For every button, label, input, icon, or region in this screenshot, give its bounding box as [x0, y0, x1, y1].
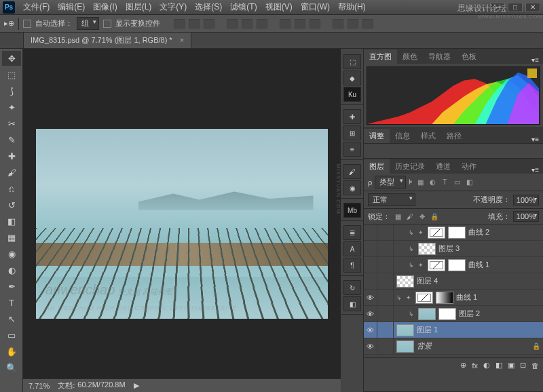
distribute-v-icon[interactable]: [295, 19, 305, 28]
distribute-h-icon[interactable]: [280, 19, 291, 28]
distribute-3-icon[interactable]: [310, 19, 320, 28]
layer-row[interactable]: ↳✦曲线 2: [364, 224, 543, 241]
distribute-5-icon[interactable]: [348, 19, 358, 28]
dock-btn-char[interactable]: A: [343, 241, 361, 256]
quick-select-tool[interactable]: ✦: [2, 100, 21, 115]
histogram-cache-warn-icon[interactable]: [527, 68, 537, 78]
layer-thumb[interactable]: [428, 227, 445, 239]
lock-all-icon[interactable]: 🔒: [430, 212, 439, 221]
layer-name[interactable]: 曲线 2: [468, 227, 489, 237]
layer-thumb[interactable]: [415, 292, 433, 304]
tab-adjustments[interactable]: 调整: [364, 129, 390, 143]
new-layer-icon[interactable]: ⊡: [520, 361, 526, 370]
layer-thumb[interactable]: [428, 259, 445, 271]
move-tool[interactable]: ✥: [2, 51, 21, 66]
filter-type-icon[interactable]: T: [440, 178, 449, 187]
align-left-icon[interactable]: [174, 19, 185, 28]
menu-help[interactable]: 帮助(H): [334, 1, 370, 13]
auto-select-checkbox[interactable]: [23, 20, 31, 28]
distribute-4-icon[interactable]: [333, 19, 343, 28]
fill-input[interactable]: 100%: [513, 211, 539, 222]
visibility-toggle[interactable]: 👁: [364, 338, 377, 355]
layer-row[interactable]: 👁↳✦曲线 1: [364, 290, 543, 306]
delete-layer-icon[interactable]: 🗑: [531, 361, 539, 370]
document-tab[interactable]: IMG_8315.psd @ 7.71% (图层 1, RGB/8) * ×: [23, 32, 191, 48]
tab-navigator[interactable]: 导航器: [423, 50, 456, 64]
opacity-input[interactable]: 100%: [513, 195, 539, 205]
dock-btn-5[interactable]: ≡: [343, 142, 361, 157]
layer-name[interactable]: 图层 1: [417, 325, 438, 335]
eyedropper-tool[interactable]: ✎: [2, 132, 21, 147]
blur-tool[interactable]: ◉: [2, 246, 21, 261]
visibility-toggle[interactable]: [364, 257, 377, 273]
align-center-v-icon[interactable]: [242, 19, 252, 28]
show-transform-checkbox[interactable]: [103, 20, 111, 28]
panel-menu-icon[interactable]: ▾≡: [527, 56, 543, 64]
layer-row[interactable]: 👁↳图层 2: [364, 306, 543, 322]
status-menu-arrow[interactable]: ▶: [134, 381, 139, 390]
tab-styles[interactable]: 样式: [415, 129, 441, 143]
dock-btn-10[interactable]: ◧: [343, 296, 361, 311]
lock-position-icon[interactable]: ✥: [417, 212, 427, 221]
visibility-toggle[interactable]: 👁: [364, 290, 377, 306]
gradient-tool[interactable]: ▦: [2, 230, 21, 245]
tab-history[interactable]: 历史记录: [390, 159, 430, 174]
layer-fx-icon[interactable]: fx: [472, 361, 478, 370]
layer-row[interactable]: 👁背景🔒: [364, 338, 543, 355]
align-right-icon[interactable]: [204, 19, 214, 28]
layer-row[interactable]: 👁图层 1: [364, 322, 543, 338]
blend-mode-select[interactable]: 正常: [368, 193, 415, 206]
tab-actions[interactable]: 动作: [456, 159, 482, 174]
dock-btn-1[interactable]: ⬚: [343, 54, 361, 69]
filter-kind-icon[interactable]: ρ: [368, 178, 372, 187]
zoom-tool[interactable]: 🔍: [2, 360, 21, 375]
crop-tool[interactable]: ✂: [2, 116, 21, 131]
layer-mask-icon[interactable]: ◐: [483, 361, 490, 370]
menu-select[interactable]: 选择(S): [191, 1, 226, 13]
layer-thumb[interactable]: [396, 340, 414, 353]
marquee-tool[interactable]: ⬚: [2, 67, 21, 82]
menu-view[interactable]: 视图(V): [261, 1, 297, 13]
layer-thumb[interactable]: [396, 275, 414, 288]
dock-btn-para[interactable]: ¶: [343, 258, 361, 273]
dock-btn-9[interactable]: ↻: [343, 280, 361, 295]
brush-tool[interactable]: 🖌: [2, 165, 21, 180]
path-select-tool[interactable]: ↖: [2, 311, 21, 326]
layer-thumb[interactable]: [418, 308, 436, 320]
filter-adjust-icon[interactable]: ◐: [428, 178, 437, 187]
tab-color[interactable]: 颜色: [397, 50, 423, 64]
shape-tool[interactable]: ▭: [2, 328, 21, 342]
window-maximize[interactable]: □: [508, 3, 523, 12]
layer-name[interactable]: 曲线 1: [456, 292, 477, 302]
close-tab-icon[interactable]: ×: [180, 36, 184, 44]
tab-histogram[interactable]: 直方图: [364, 50, 397, 64]
dock-btn-8[interactable]: ≣: [343, 225, 361, 240]
dock-btn-mb[interactable]: Mb: [343, 203, 361, 218]
layer-thumb[interactable]: [396, 324, 414, 336]
document-canvas[interactable]: anwenchao 安文超 高端修图 AN WENCHAO HIGH-END G…: [36, 129, 328, 319]
type-tool[interactable]: T: [2, 295, 21, 310]
lock-pixels-icon[interactable]: 🖌: [405, 212, 415, 221]
menu-file[interactable]: 文件(F): [19, 1, 54, 13]
menu-window[interactable]: 窗口(W): [297, 1, 334, 13]
filter-pixel-icon[interactable]: ▦: [415, 178, 425, 187]
filter-smart-icon[interactable]: ◧: [464, 178, 474, 187]
dock-btn-ku[interactable]: Ku: [343, 87, 361, 102]
distribute-6-icon[interactable]: [362, 19, 373, 28]
layer-row[interactable]: ↳✦曲线 1: [364, 257, 543, 273]
align-bottom-icon[interactable]: [257, 19, 267, 28]
tab-layers[interactable]: 图层: [364, 159, 390, 174]
tab-info[interactable]: 信息: [390, 129, 415, 143]
layer-name[interactable]: 曲线 1: [468, 260, 489, 270]
auto-select-target[interactable]: 组: [77, 17, 99, 30]
visibility-toggle[interactable]: [364, 224, 377, 241]
link-layers-icon[interactable]: ⊕: [460, 361, 466, 370]
tab-paths[interactable]: 路径: [441, 129, 467, 143]
layer-row[interactable]: ↳图层 3: [364, 241, 543, 257]
dock-btn-3[interactable]: ✚: [343, 109, 361, 124]
layer-name[interactable]: 图层 2: [459, 309, 480, 319]
visibility-toggle[interactable]: 👁: [364, 306, 377, 322]
visibility-toggle[interactable]: [364, 241, 377, 257]
layer-row[interactable]: 图层 4: [364, 273, 543, 290]
tab-channels[interactable]: 通道: [430, 159, 456, 174]
